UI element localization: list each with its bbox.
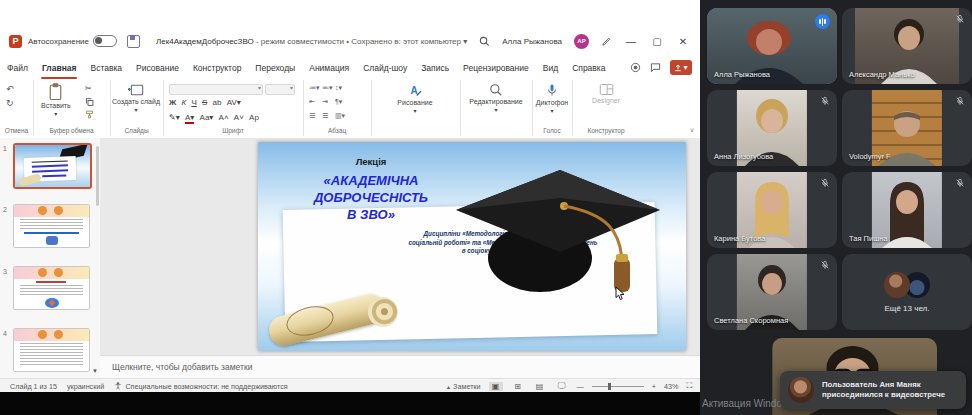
pen-icon[interactable] xyxy=(601,36,612,47)
user-avatar[interactable]: АР xyxy=(574,34,589,49)
minimize-button[interactable]: — xyxy=(624,36,638,47)
highlight-pen-icon[interactable]: ✎▾ xyxy=(169,113,180,122)
maximize-button[interactable]: ▢ xyxy=(650,36,664,47)
tab-animations[interactable]: Анимация xyxy=(302,55,356,80)
tab-design[interactable]: Конструктор xyxy=(186,55,248,80)
line-spacing-icon[interactable]: ↕▾ xyxy=(335,84,344,92)
slide-thumbnail-4[interactable] xyxy=(13,328,90,372)
group-label-clipboard: Буфер обмена xyxy=(33,127,110,134)
undo-icon[interactable]: ↶ xyxy=(6,84,14,94)
tab-insert[interactable]: Вставка xyxy=(83,55,129,80)
font-name-select[interactable] xyxy=(169,84,263,95)
bold-button[interactable]: Ж xyxy=(169,98,176,107)
slide-thumbnail-3[interactable] xyxy=(13,266,90,310)
autosave-control[interactable]: Автосохранение xyxy=(28,35,117,47)
align-center-icon[interactable]: ☰ xyxy=(322,112,331,120)
participant-tile-alexandr[interactable]: Александр Манько xyxy=(842,8,972,84)
columns-icon[interactable]: ▥▾ xyxy=(335,112,344,120)
pane-splitter-handle[interactable]: ▼ xyxy=(92,368,98,374)
normal-view-button[interactable]: ▣ xyxy=(489,382,503,391)
text-shadow-button[interactable]: ab xyxy=(213,98,222,107)
tab-help[interactable]: Справка xyxy=(565,55,612,80)
designer-button[interactable]: Designer xyxy=(580,83,632,104)
thumbnail-row-4[interactable]: 4 xyxy=(0,328,100,378)
group-editing: Редактирование ▾ xyxy=(460,80,533,136)
overflow-participants-tile[interactable]: Ещё 13 чел. xyxy=(842,254,972,330)
presenter-coach-icon[interactable] xyxy=(630,62,641,73)
change-case-button[interactable]: Aa▾ xyxy=(200,113,214,122)
participant-tile-taya[interactable]: Тая Пишна xyxy=(842,172,972,248)
tab-slideshow[interactable]: Слайд-шоу xyxy=(356,55,414,80)
editing-button[interactable]: Редактирование ▾ xyxy=(462,83,530,113)
zoom-slider-thumb[interactable] xyxy=(608,383,611,390)
notes-pane[interactable]: Щелкните, чтобы добавить заметки xyxy=(100,355,700,378)
tab-draw[interactable]: Рисование xyxy=(129,55,186,80)
grow-font-button[interactable]: А˄ xyxy=(219,113,229,122)
format-painter-icon[interactable] xyxy=(85,110,94,119)
reading-view-button[interactable]: ▤ xyxy=(533,382,547,391)
copy-icon[interactable] xyxy=(85,97,94,107)
language-indicator[interactable]: украинский xyxy=(67,382,105,391)
thumbnail-row-2[interactable]: 2 xyxy=(0,204,100,250)
align-left-icon[interactable]: ☰ xyxy=(309,112,318,120)
font-size-select[interactable] xyxy=(265,84,295,95)
tab-file[interactable]: Файл xyxy=(0,55,35,80)
text-direction-icon[interactable]: ¶▾ xyxy=(335,98,344,106)
increase-indent-icon[interactable]: ⇥ xyxy=(322,98,331,106)
participant-tile-alla[interactable]: Алла Рыжанова xyxy=(707,8,837,84)
participant-tile-volodymyr[interactable]: Volodymyr F xyxy=(842,90,972,166)
participant-name: Александр Манько xyxy=(849,70,915,79)
graduation-cap-image xyxy=(448,148,668,318)
drawing-button[interactable]: A Рисование ▾ xyxy=(383,83,447,114)
font-color-button[interactable]: А▾ xyxy=(185,113,194,124)
cut-icon[interactable]: ✂ xyxy=(85,84,92,93)
redo-icon[interactable]: ↻ xyxy=(6,98,14,108)
comments-icon[interactable] xyxy=(650,62,661,73)
slide-sorter-view-button[interactable]: ⊞ xyxy=(511,382,525,391)
decrease-indent-icon[interactable]: ⇤ xyxy=(309,98,318,106)
strikethrough-button[interactable]: S xyxy=(202,98,207,107)
share-button[interactable]: ▾ xyxy=(670,60,692,75)
accessibility-status[interactable]: Специальные возможности: не поддерживают… xyxy=(114,382,287,391)
slide-thumbnail-1-selected[interactable] xyxy=(13,143,92,189)
clear-formatting-button[interactable]: Aр xyxy=(249,113,259,122)
search-icon[interactable] xyxy=(479,36,490,47)
fit-to-window-icon[interactable]: ⛶ xyxy=(686,381,692,391)
join-notification-toast[interactable]: Пользователь Аня Маняк присоединился к в… xyxy=(780,371,966,409)
overflow-avatar-1 xyxy=(884,272,910,298)
close-button[interactable]: ✕ xyxy=(676,36,690,47)
tab-record[interactable]: Запись xyxy=(414,55,456,80)
zoom-in-button[interactable]: + xyxy=(652,382,656,391)
italic-button[interactable]: К xyxy=(181,98,186,107)
shrink-font-button[interactable]: А˅ xyxy=(234,113,244,122)
save-icon[interactable] xyxy=(127,35,140,48)
thumbnail-row-1[interactable]: 1 xyxy=(0,143,100,189)
powerpoint-app-icon[interactable]: P xyxy=(9,35,22,48)
zoom-level[interactable]: 43% xyxy=(664,382,678,391)
thumbnail-row-3[interactable]: 3 xyxy=(0,266,100,312)
character-spacing-button[interactable]: AV▾ xyxy=(227,98,241,107)
autosave-toggle-off[interactable] xyxy=(93,35,117,47)
notes-toggle-button[interactable]: ▴ Заметки xyxy=(447,382,481,391)
tab-home[interactable]: Главная xyxy=(35,55,84,80)
tab-transitions[interactable]: Переходы xyxy=(248,55,302,80)
new-slide-button[interactable]: Создать слайд ▾ xyxy=(114,83,158,113)
slideshow-button[interactable]: 🖵 xyxy=(555,381,569,391)
dictate-button[interactable]: Диктофон ▾ xyxy=(534,83,570,114)
collapse-ribbon-icon[interactable]: ˅ xyxy=(690,127,694,134)
tab-review[interactable]: Рецензирование xyxy=(456,55,536,80)
participant-tile-karina[interactable]: Карина Бутова xyxy=(707,172,837,248)
underline-button[interactable]: Ч xyxy=(191,98,196,107)
numbering-icon[interactable]: ≕▾ xyxy=(322,84,331,92)
document-title[interactable]: Лек4АкадемДоброчесЗВО - режим совместимо… xyxy=(156,37,467,46)
participant-tile-anna[interactable]: Анна Лизогубова xyxy=(707,90,837,166)
paste-button[interactable]: Вставить ▾ xyxy=(41,83,71,117)
participant-tile-svetlana[interactable]: Светлана Скоромная xyxy=(707,254,837,330)
thumbnail-scrollbar[interactable] xyxy=(96,146,99,206)
slide-thumbnail-2[interactable] xyxy=(13,204,90,248)
tab-view[interactable]: Вид xyxy=(536,55,565,80)
bullets-icon[interactable]: ≔▾ xyxy=(309,84,318,92)
slide-canvas[interactable]: Лекція «АКАДЕМІЧНА ДОБРОЧЕСНІСТЬ В ЗВО» … xyxy=(258,142,686,351)
zoom-out-button[interactable]: — xyxy=(577,382,584,391)
zoom-slider[interactable] xyxy=(592,386,644,387)
